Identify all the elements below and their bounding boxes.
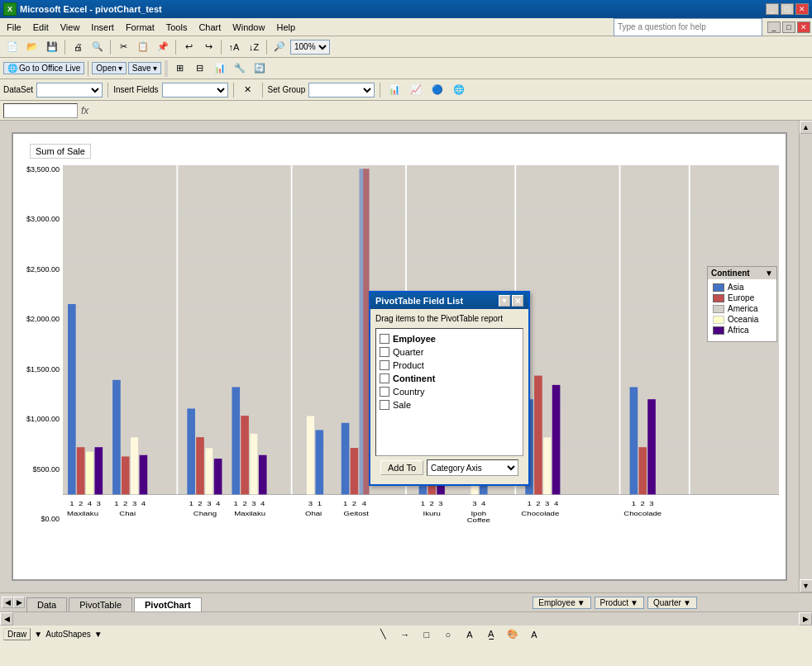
- cut-button[interactable]: ✂: [114, 39, 132, 55]
- tab-scroll-left[interactable]: ◀: [2, 597, 13, 608]
- legend-dropdown-icon[interactable]: ▼: [765, 269, 773, 278]
- minimize-button[interactable]: _: [766, 3, 779, 15]
- draw-arrow-icon[interactable]: →: [396, 626, 414, 643]
- draw-oval-icon[interactable]: ○: [439, 626, 457, 643]
- pivot-btn4[interactable]: 🔧: [231, 60, 249, 77]
- paste-button[interactable]: 📌: [154, 39, 172, 55]
- font-color-icon[interactable]: A: [525, 626, 543, 643]
- window-controls[interactable]: _ □ ✕: [766, 3, 809, 15]
- tab-data[interactable]: Data: [26, 597, 67, 611]
- draw-rect-icon[interactable]: □: [418, 626, 436, 643]
- open-button[interactable]: 📂: [23, 39, 41, 55]
- sort-desc-button[interactable]: ↓Z: [245, 39, 263, 55]
- tab-pivotchart[interactable]: PivotChart: [134, 597, 202, 611]
- field-checkbox-continent[interactable]: [380, 373, 389, 383]
- menu-window[interactable]: Window: [227, 21, 270, 34]
- svg-rect-25: [205, 448, 213, 494]
- draw-wordart-icon[interactable]: A̲: [482, 626, 500, 643]
- scroll-up-button[interactable]: ▲: [800, 121, 813, 134]
- sort-asc-button[interactable]: ↑A: [225, 39, 243, 55]
- go-to-office-button[interactable]: 🌐 Go to Office Live: [3, 62, 84, 74]
- menu-edit[interactable]: Edit: [28, 21, 54, 34]
- zoom-button[interactable]: 🔎: [270, 39, 289, 55]
- field-item-sale[interactable]: Sale: [380, 398, 519, 411]
- field-checkbox-quarter[interactable]: [380, 347, 389, 357]
- set-group-select[interactable]: [308, 83, 375, 98]
- svg-text:2: 2: [123, 501, 128, 507]
- app-maximize-button[interactable]: □: [782, 21, 795, 33]
- scroll-track-h[interactable]: [13, 612, 799, 626]
- preview-button[interactable]: 🔍: [88, 39, 107, 55]
- name-box[interactable]: [3, 103, 78, 118]
- new-button[interactable]: 📄: [3, 39, 21, 55]
- employee-filter-button[interactable]: Employee ▼: [533, 597, 590, 609]
- scroll-down-button[interactable]: ▼: [800, 579, 813, 592]
- svg-rect-30: [259, 455, 267, 495]
- tab-scroll-right[interactable]: ▶: [13, 597, 25, 608]
- field-item-country[interactable]: Country: [380, 385, 519, 398]
- pivot-btn1[interactable]: ⊞: [171, 60, 189, 77]
- fill-color-icon[interactable]: 🎨: [504, 626, 522, 643]
- dataset-select[interactable]: [36, 83, 103, 98]
- horizontal-scrollbar[interactable]: ◀ ▶: [0, 611, 812, 625]
- pivot-btn3[interactable]: 📊: [211, 60, 229, 77]
- menu-tools[interactable]: Tools: [161, 21, 193, 34]
- chart-icon1[interactable]: 📊: [385, 82, 404, 98]
- quarter-filter-button[interactable]: Quarter ▼: [647, 597, 697, 609]
- save-button[interactable]: 💾: [43, 39, 61, 55]
- field-label-continent: Continent: [393, 373, 435, 383]
- field-checkbox-country[interactable]: [380, 387, 389, 397]
- menu-view[interactable]: View: [55, 21, 85, 34]
- menu-chart[interactable]: Chart: [193, 21, 226, 34]
- field-item-employee[interactable]: Employee: [380, 332, 519, 345]
- pivot-btn5[interactable]: 🔄: [251, 60, 269, 77]
- field-checkbox-product[interactable]: [380, 360, 389, 370]
- scroll-left-button[interactable]: ◀: [0, 612, 13, 626]
- product-filter-button[interactable]: Product ▼: [595, 597, 644, 609]
- pivot-dialog-close-button[interactable]: ✕: [512, 295, 523, 307]
- open-dropdown-button[interactable]: Open▾: [92, 62, 126, 74]
- zoom-select[interactable]: 100%: [290, 40, 330, 55]
- menu-insert[interactable]: Insert: [86, 21, 119, 34]
- help-search-input[interactable]: [614, 18, 762, 36]
- autoshapes-icon[interactable]: ▼: [34, 630, 42, 639]
- draw-line-icon[interactable]: ╲: [375, 626, 393, 643]
- print-button[interactable]: 🖨: [69, 39, 87, 55]
- draw-button[interactable]: Draw: [3, 628, 31, 640]
- undo-button[interactable]: ↩: [179, 39, 198, 55]
- close-button[interactable]: ✕: [795, 3, 809, 15]
- maximize-button[interactable]: □: [781, 3, 794, 15]
- add-to-button[interactable]: Add To: [380, 460, 423, 475]
- field-checkbox-employee[interactable]: [380, 334, 389, 344]
- chart-icon4[interactable]: 🌐: [450, 82, 468, 98]
- product-filter-label: Product: [600, 598, 628, 607]
- field-item-product[interactable]: Product: [380, 359, 519, 372]
- field-checkbox-sale[interactable]: [380, 400, 389, 410]
- svg-text:1: 1: [632, 501, 637, 507]
- redo-button[interactable]: ↪: [199, 39, 217, 55]
- copy-button[interactable]: 📋: [134, 39, 152, 55]
- save-dropdown-button[interactable]: Save▾: [128, 62, 161, 74]
- app-close-button[interactable]: ✕: [797, 21, 810, 33]
- area-dropdown[interactable]: Category Axis Series Data Area Page Area: [427, 459, 518, 476]
- chart-icon3[interactable]: 🔵: [428, 82, 447, 98]
- app-minimize-button[interactable]: _: [767, 21, 781, 33]
- fx-label: fx: [81, 105, 88, 117]
- insert-fields-select[interactable]: [162, 83, 228, 98]
- pivot-dialog-dropdown-btn[interactable]: ▼: [499, 295, 510, 307]
- field-item-quarter[interactable]: Quarter: [380, 345, 519, 359]
- field-item-continent[interactable]: Continent: [380, 372, 519, 385]
- field-label-quarter: Quarter: [393, 347, 423, 357]
- scroll-right-button[interactable]: ▶: [799, 612, 812, 626]
- chart-icon2[interactable]: 📈: [407, 82, 425, 98]
- pivot-btn2[interactable]: ⊟: [191, 60, 209, 77]
- menu-format[interactable]: Format: [121, 21, 160, 34]
- tab-pivottable[interactable]: PivotTable: [69, 597, 132, 611]
- menu-file[interactable]: File: [2, 21, 26, 34]
- chart-tool-btn[interactable]: ✕: [239, 82, 257, 98]
- draw-text-icon[interactable]: A: [461, 626, 479, 643]
- formula-bar: fx: [0, 101, 812, 121]
- menu-help[interactable]: Help: [271, 21, 300, 34]
- vertical-scrollbar[interactable]: ▲ ▼: [799, 121, 812, 592]
- legend-color-europe: [713, 294, 724, 302]
